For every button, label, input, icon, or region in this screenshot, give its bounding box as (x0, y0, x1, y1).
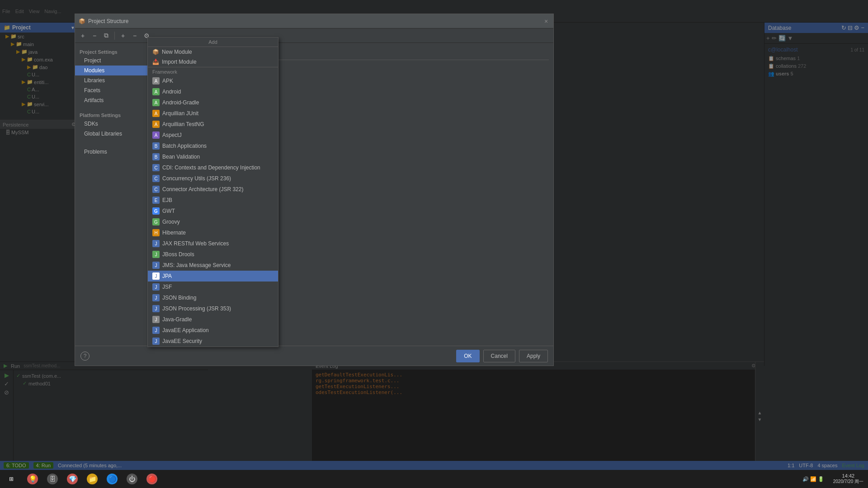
toolbar-remove-button[interactable]: − (90, 31, 99, 41)
taskbar-item-database[interactable]: 🗄 (42, 470, 62, 488)
nav-platform-settings-title: Platform Settings (75, 111, 156, 119)
connector-label: Connector Architecture (JSR 322) (162, 186, 243, 192)
batch-icon: B (152, 142, 160, 150)
dropdown-item-cdi[interactable]: C CDI: Contexts and Dependency Injection (148, 162, 278, 173)
dropdown-item-hibernate[interactable]: H Hibernate (148, 227, 278, 238)
jax-rest-icon: J (152, 240, 160, 247)
import-module-label: Import Module (162, 59, 197, 65)
cdi-label: CDI: Contexts and Dependency Injection (162, 164, 260, 171)
dropdown-item-android[interactable]: A Android (148, 86, 278, 97)
toolbar-separator-1 (114, 32, 115, 40)
dropdown-item-javaee-security[interactable]: J JavaEE Security (148, 336, 278, 347)
batch-label: Batch Applications (162, 143, 207, 149)
taskbar-item-chat[interactable]: 🔴 (142, 470, 162, 488)
dialog-help-button[interactable]: ? (80, 352, 90, 361)
nav-item-problems[interactable]: Problems (75, 147, 156, 157)
dropdown-item-jms[interactable]: J JMS: Java Message Service (148, 260, 278, 271)
dropdown-item-bean-validation[interactable]: B Bean Validation (148, 151, 278, 162)
nav-item-artifacts[interactable]: Artifacts (75, 95, 156, 105)
dropdown-item-gwt[interactable]: G GWT (148, 206, 278, 216)
dropdown-item-batch[interactable]: B Batch Applications (148, 141, 278, 151)
dropdown-item-json-binding[interactable]: J JSON Binding (148, 292, 278, 303)
android-icon: A (152, 88, 160, 95)
dropdown-item-json-processing[interactable]: J JSON Processing (JSR 353) (148, 303, 278, 314)
taskbar-item-browser[interactable]: 🔵 (102, 470, 122, 488)
javaee-app-icon: J (152, 327, 160, 334)
toolbar-add-button[interactable]: + (78, 31, 88, 41)
json-binding-icon: J (152, 294, 160, 301)
taskbar: ⊞ 💡 🗄 💎 📁 🔵 ⏻ 🔴 🔊 📶 🔋 14:42 2020/7/20 周一 (0, 470, 868, 488)
dropdown-item-java-gradle[interactable]: J Java-Gradle (148, 314, 278, 325)
browser-icon: 🔵 (107, 474, 118, 484)
taskbar-item-power[interactable]: ⏻ (122, 470, 142, 488)
dropdown-item-ejb[interactable]: E EJB (148, 195, 278, 206)
taskbar-item-intellij[interactable]: 💡 (23, 470, 42, 488)
dropdown-item-import-module[interactable]: 📥 Import Module (148, 57, 278, 67)
files-icon: 📁 (87, 474, 98, 484)
hibernate-label: Hibernate (162, 230, 186, 236)
dropdown-header: Add (148, 38, 278, 47)
toolbar-copy-button[interactable]: ⧉ (101, 31, 111, 41)
tray-icons: 🔊 📶 🔋 (802, 476, 824, 482)
new-module-icon: 📦 (152, 49, 159, 55)
dropdown-framework-header: Framework (148, 67, 278, 75)
groovy-icon: G (152, 218, 160, 225)
dropdown-item-arquillian-junit[interactable]: A Arquillian JUnit (148, 108, 278, 119)
dropdown-item-jpa[interactable]: J JPA (148, 271, 278, 282)
dropdown-item-apk[interactable]: A APK (148, 75, 278, 86)
dialog-body: Project Settings Project Modules Librari… (75, 43, 553, 346)
arquillian-testng-label: Arquillian TestNG (162, 121, 204, 127)
power-icon: ⏻ (127, 474, 137, 484)
javaee-sec-icon: J (152, 338, 160, 345)
project-structure-dialog: 📦 Project Structure × + − ⧉ + − ⚙ Projec… (75, 14, 554, 366)
new-module-label: New Module (162, 49, 192, 55)
dialog-ok-button[interactable]: OK (456, 350, 479, 362)
toolbar-remove2-button[interactable]: − (130, 31, 140, 41)
dropdown-item-aspectj[interactable]: A AspectJ (148, 130, 278, 141)
aspectj-label: AspectJ (162, 132, 182, 138)
dialog-cancel-button[interactable]: Cancel (483, 350, 515, 362)
java-gradle-icon: J (152, 316, 160, 323)
jsf-label: JSF (162, 284, 172, 290)
ejb-label: EJB (162, 197, 172, 203)
dropdown-item-javaee-app[interactable]: J JavaEE Application (148, 325, 278, 336)
dropdown-item-jsf[interactable]: J JSF (148, 282, 278, 292)
taskbar-item-ide2[interactable]: 💎 (62, 470, 82, 488)
toolbar-add2-button[interactable]: + (118, 31, 128, 41)
jsf-icon: J (152, 283, 160, 291)
arquillian-junit-icon: A (152, 110, 160, 117)
dropdown-item-connector[interactable]: C Connector Architecture (JSR 322) (148, 184, 278, 195)
dialog-apply-button[interactable]: Apply (519, 350, 548, 362)
taskbar-tray: 🔊 📶 🔋 (798, 476, 829, 482)
jax-rest-label: JAX RESTful Web Services (162, 240, 229, 247)
taskbar-item-files[interactable]: 📁 (82, 470, 102, 488)
arquillian-junit-label: Arquillian JUnit (162, 110, 198, 117)
cdi-icon: C (152, 164, 160, 171)
ide2-icon: 💎 (67, 474, 78, 484)
arquillian-testng-icon: A (152, 121, 160, 128)
dialog-action-buttons: OK Cancel Apply (456, 350, 548, 362)
dialog-close-button[interactable]: × (542, 18, 550, 25)
nav-item-global-libraries[interactable]: Global Libraries (75, 129, 156, 139)
nav-item-facets[interactable]: Facets (75, 85, 156, 95)
chat-icon: 🔴 (146, 474, 157, 484)
dropdown-item-new-module[interactable]: 📦 New Module (148, 47, 278, 57)
dropdown-item-jax-rest[interactable]: J JAX RESTful Web Services (148, 238, 278, 249)
dropdown-item-android-gradle[interactable]: A Android-Gradle (148, 97, 278, 108)
dropdown-item-groovy[interactable]: G Groovy (148, 216, 278, 227)
dropdown-item-arquillian-testng[interactable]: A Arquillian TestNG (148, 119, 278, 130)
nav-item-libraries[interactable]: Libraries (75, 75, 156, 85)
dialog-title-text: Project Structure (88, 18, 128, 24)
nav-item-sdks[interactable]: SDKs (75, 119, 156, 129)
concurrency-label: Concurrency Utils (JSR 236) (162, 175, 231, 182)
taskbar-start-button[interactable]: ⊞ (0, 470, 23, 488)
db-taskbar-icon: 🗄 (47, 474, 58, 484)
dropdown-item-concurrency[interactable]: C Concurrency Utils (JSR 236) (148, 173, 278, 184)
nav-item-modules[interactable]: Modules (75, 66, 156, 75)
add-framework-dropdown: Add 📦 New Module 📥 Import Module Framewo… (147, 37, 278, 347)
dropdown-item-jboss-drools[interactable]: J JBoss Drools (148, 249, 278, 260)
connector-icon: C (152, 186, 160, 193)
groovy-label: Groovy (162, 219, 180, 225)
nav-item-project[interactable]: Project (75, 56, 156, 66)
json-binding-label: JSON Binding (162, 295, 196, 301)
